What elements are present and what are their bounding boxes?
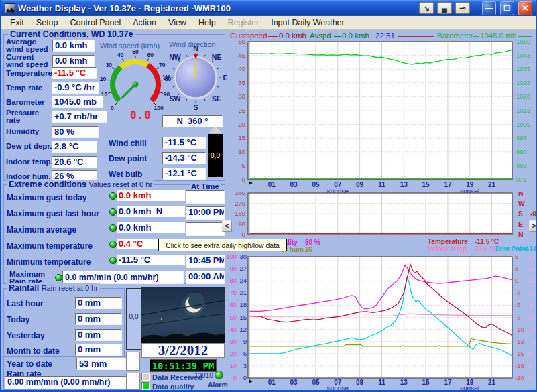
legend-dew-label: Dew Point: [495, 245, 528, 253]
axis-tick: 25: [238, 107, 245, 114]
compass-point-label: S: [193, 103, 198, 111]
menu-view[interactable]: View: [162, 17, 192, 29]
compass-tick: [186, 55, 187, 57]
max-rain-rate-value[interactable]: 0.0 mm/min (0.0 mm/hr): [62, 271, 184, 284]
rain-yesterday-value: 0 mm: [75, 329, 122, 341]
menu-control-panel[interactable]: Control Panel: [64, 17, 127, 29]
rain-last-hour-value: 0 mm: [75, 297, 122, 309]
time-display: 10:51:39 PM: [150, 359, 217, 372]
axis-tick: -5: [515, 301, 520, 308]
origin-marker: [249, 181, 253, 185]
dew-point-value: -14.3 °C: [162, 152, 206, 164]
origin-marker: [249, 379, 253, 383]
minimize-button[interactable]: —: [482, 1, 496, 15]
min-temperature-label: Minimum temperature: [7, 257, 91, 267]
rainfall-header-text: Rainfall: [9, 283, 39, 293]
barometer-label: Barometer: [6, 99, 53, 106]
axis-tick: 6: [243, 350, 247, 357]
max-gust-hour-value[interactable]: 0.0 kmh N: [117, 206, 185, 217]
compass-letter: S: [518, 210, 523, 218]
pin-window-icon[interactable]: ⊸: [455, 2, 470, 14]
menu-action[interactable]: Action: [127, 17, 162, 29]
gauge-tick: [108, 92, 111, 93]
shrink-window-icon[interactable]: ↘: [419, 2, 434, 14]
max-gust-today-led: [109, 192, 117, 200]
max-gust-hour-label: Maximum gust last hour: [7, 209, 99, 218]
x-tick: 17: [444, 379, 452, 386]
pressure-rate-label: Pressure rate: [6, 109, 49, 124]
chart-temp-humidity: 1009080706050403020100302724211815129630…: [227, 253, 537, 392]
axis-tick: 100: [227, 253, 237, 260]
wet-bulb-value: -12.1 °C: [162, 168, 206, 180]
maximize-button[interactable]: ❏: [500, 1, 514, 15]
axis-tick: 1005: [516, 121, 530, 128]
axis-tick: 10: [238, 148, 245, 155]
max-average-value[interactable]: 0.0 kmh: [117, 222, 185, 233]
axis-tick: 21: [239, 289, 247, 296]
max-gust-today-value[interactable]: 0.0 kmh: [117, 190, 185, 201]
scroll-right-button[interactable]: >: [529, 220, 537, 232]
menu-help[interactable]: Help: [192, 17, 222, 29]
app-icon: [5, 3, 15, 13]
compass-letter: N: [518, 192, 524, 197]
moon-phase-image: [141, 287, 225, 343]
data-quality-checkbox[interactable]: [141, 382, 150, 390]
compass-tick: [204, 55, 205, 57]
axis-tick: 1050: [516, 38, 530, 45]
menu-setup[interactable]: Setup: [30, 17, 64, 29]
header-dash: [518, 36, 532, 37]
compass-point-label: SW: [169, 94, 180, 103]
axis-tick: 90: [238, 220, 245, 228]
x-tick: 05: [312, 379, 320, 386]
max-temperature-led: [109, 241, 117, 248]
gauge-tick: [122, 59, 123, 62]
alarm-led[interactable]: [215, 371, 223, 379]
chart-time: 22:51: [375, 31, 395, 40]
rain-yesterday-label: Yesterday: [7, 331, 45, 340]
rain-last-hour-label: Last hour: [7, 299, 44, 308]
chart-wind-barometer: 5045403530252015105010501043103510281020…: [227, 31, 537, 194]
scroll-left-button[interactable]: <: [222, 220, 232, 232]
data-received-checkbox[interactable]: [141, 373, 150, 381]
axis-tick: 27: [239, 265, 247, 272]
window-title: Weather Display - Ver 10.37e - Registere…: [18, 3, 416, 13]
x-tick: 17: [444, 181, 452, 188]
compass-letter: E: [518, 220, 523, 228]
axis-tick: 3: [515, 265, 518, 272]
gauge-tick-label: 10: [101, 91, 108, 98]
legend-humidity-value: 80 %: [305, 239, 320, 246]
compass-point-label: SE: [212, 94, 221, 103]
compass-tick: [217, 68, 219, 69]
axis-tick: 20: [238, 121, 245, 128]
x-tick: 03: [290, 379, 298, 386]
max-rain-rate-time: 00:00 AM: [186, 271, 225, 284]
header-dash: [473, 36, 479, 37]
axis-tick: 12: [528, 338, 535, 345]
wind-indicator-thumb[interactable]: [208, 126, 222, 133]
compass-letter: W: [518, 200, 525, 208]
barometer-series-label: Barometer: [437, 31, 473, 40]
min-temperature-value[interactable]: -11.5 °C: [117, 255, 185, 265]
gauge-tick-label: 40: [117, 52, 124, 58]
max-gust-today-label: Maximum gust today: [7, 193, 86, 202]
gauge-tick-label: 60: [147, 52, 154, 58]
max-average-led: [109, 224, 117, 232]
close-button[interactable]: ✕: [518, 1, 532, 15]
wind-direction-compass: NNEESESSWWNW: [161, 44, 231, 114]
minimize-to-tray-icon[interactable]: ▄: [437, 2, 452, 14]
axis-tick: 5: [515, 253, 518, 260]
menu-input-daily-weather[interactable]: Input Daily Weather: [265, 17, 351, 29]
temp-rate-value: -0.9 °C /hr: [52, 82, 99, 94]
max-rain-rate-led: [55, 274, 62, 281]
wind-speed-digital: 0.0: [130, 109, 152, 121]
rain-month-label: Month to date: [7, 346, 60, 356]
gauge-arc: [113, 67, 121, 101]
menu-exit[interactable]: Exit: [4, 17, 30, 29]
axis-tick: 270: [235, 200, 245, 207]
gauge-arc: [121, 62, 147, 67]
x-annotation: sunset: [460, 385, 480, 392]
min-temperature-led: [109, 257, 117, 264]
axis-tick: -8: [515, 314, 520, 321]
titlebar[interactable]: Weather Display - Ver 10.37e - Registere…: [1, 0, 536, 16]
direction-value: -0: [530, 210, 536, 218]
